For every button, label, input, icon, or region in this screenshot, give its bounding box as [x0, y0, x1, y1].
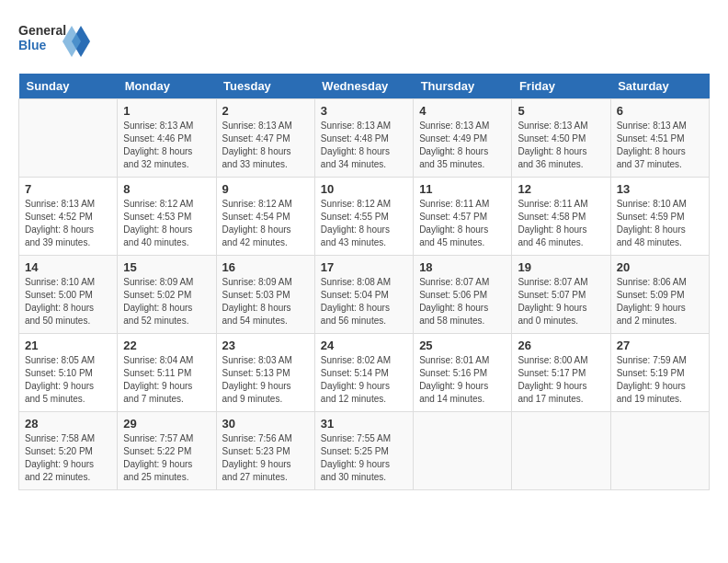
- day-header-thursday: Thursday: [414, 74, 512, 99]
- day-info: Sunrise: 8:06 AM Sunset: 5:09 PM Dayligh…: [617, 276, 703, 327]
- day-number: 4: [419, 104, 506, 118]
- day-number: 3: [321, 104, 407, 118]
- day-header-monday: Monday: [118, 74, 216, 99]
- day-number: 18: [419, 260, 506, 274]
- day-info: Sunrise: 8:08 AM Sunset: 5:04 PM Dayligh…: [321, 276, 407, 327]
- day-cell: 30Sunrise: 7:56 AM Sunset: 5:23 PM Dayli…: [216, 412, 314, 490]
- day-cell: 2Sunrise: 8:13 AM Sunset: 4:47 PM Daylig…: [216, 99, 314, 178]
- day-number: 23: [222, 339, 309, 352]
- day-number: 17: [321, 260, 407, 274]
- logo: General Blue: [18, 18, 92, 64]
- day-number: 19: [518, 260, 604, 274]
- day-cell: 16Sunrise: 8:09 AM Sunset: 5:03 PM Dayli…: [216, 256, 314, 334]
- week-row-5: 28Sunrise: 7:58 AM Sunset: 5:20 PM Dayli…: [19, 412, 710, 490]
- day-number: 5: [518, 104, 604, 118]
- day-cell: 3Sunrise: 8:13 AM Sunset: 4:48 PM Daylig…: [314, 99, 413, 178]
- day-cell: 19Sunrise: 8:07 AM Sunset: 5:07 PM Dayli…: [512, 256, 610, 334]
- day-info: Sunrise: 8:11 AM Sunset: 4:57 PM Dayligh…: [419, 198, 506, 249]
- day-number: 1: [123, 104, 210, 118]
- day-number: 25: [419, 339, 506, 352]
- day-cell: 7Sunrise: 8:13 AM Sunset: 4:52 PM Daylig…: [19, 178, 118, 256]
- day-cell: 31Sunrise: 7:55 AM Sunset: 5:25 PM Dayli…: [314, 412, 413, 490]
- week-row-2: 7Sunrise: 8:13 AM Sunset: 4:52 PM Daylig…: [19, 178, 710, 256]
- day-info: Sunrise: 8:02 AM Sunset: 5:14 PM Dayligh…: [321, 354, 407, 406]
- day-cell: 24Sunrise: 8:02 AM Sunset: 5:14 PM Dayli…: [314, 334, 413, 412]
- day-cell: 27Sunrise: 7:59 AM Sunset: 5:19 PM Dayli…: [610, 334, 709, 412]
- day-number: 11: [419, 182, 506, 196]
- day-info: Sunrise: 8:00 AM Sunset: 5:17 PM Dayligh…: [518, 354, 604, 406]
- day-header-saturday: Saturday: [610, 74, 709, 99]
- day-number: 13: [617, 182, 703, 196]
- day-cell: 8Sunrise: 8:12 AM Sunset: 4:53 PM Daylig…: [118, 178, 216, 256]
- day-cell: 10Sunrise: 8:12 AM Sunset: 4:55 PM Dayli…: [314, 178, 413, 256]
- day-cell: 14Sunrise: 8:10 AM Sunset: 5:00 PM Dayli…: [19, 256, 118, 334]
- day-info: Sunrise: 8:13 AM Sunset: 4:47 PM Dayligh…: [222, 120, 309, 171]
- day-info: Sunrise: 7:58 AM Sunset: 5:20 PM Dayligh…: [25, 432, 111, 484]
- day-cell: 13Sunrise: 8:10 AM Sunset: 4:59 PM Dayli…: [610, 178, 709, 256]
- svg-text:Blue: Blue: [18, 38, 47, 52]
- day-cell: 20Sunrise: 8:06 AM Sunset: 5:09 PM Dayli…: [610, 256, 709, 334]
- day-header-wednesday: Wednesday: [314, 74, 413, 99]
- day-info: Sunrise: 8:09 AM Sunset: 5:03 PM Dayligh…: [222, 276, 309, 327]
- day-info: Sunrise: 7:55 AM Sunset: 5:25 PM Dayligh…: [321, 432, 407, 484]
- day-number: 12: [518, 182, 604, 196]
- day-info: Sunrise: 8:10 AM Sunset: 5:00 PM Dayligh…: [25, 276, 111, 327]
- day-info: Sunrise: 8:12 AM Sunset: 4:53 PM Dayligh…: [123, 198, 210, 249]
- day-number: 28: [25, 417, 111, 431]
- day-cell: 22Sunrise: 8:04 AM Sunset: 5:11 PM Dayli…: [118, 334, 216, 412]
- day-number: 30: [222, 417, 309, 431]
- day-cell: [512, 412, 610, 490]
- day-header-friday: Friday: [512, 74, 610, 99]
- day-info: Sunrise: 7:56 AM Sunset: 5:23 PM Dayligh…: [222, 432, 309, 484]
- page-header: General Blue: [18, 18, 710, 64]
- day-cell: 18Sunrise: 8:07 AM Sunset: 5:06 PM Dayli…: [414, 256, 512, 334]
- day-cell: 12Sunrise: 8:11 AM Sunset: 4:58 PM Dayli…: [512, 178, 610, 256]
- logo-svg: General Blue: [18, 18, 92, 64]
- calendar-table: SundayMondayTuesdayWednesdayThursdayFrid…: [18, 74, 710, 490]
- day-cell: 17Sunrise: 8:08 AM Sunset: 5:04 PM Dayli…: [314, 256, 413, 334]
- day-number: 26: [518, 339, 604, 352]
- calendar-body: 1Sunrise: 8:13 AM Sunset: 4:46 PM Daylig…: [19, 99, 710, 490]
- day-info: Sunrise: 8:13 AM Sunset: 4:52 PM Dayligh…: [25, 198, 111, 249]
- day-cell: 29Sunrise: 7:57 AM Sunset: 5:22 PM Dayli…: [118, 412, 216, 490]
- day-number: 6: [617, 104, 703, 118]
- day-info: Sunrise: 8:07 AM Sunset: 5:06 PM Dayligh…: [419, 276, 506, 327]
- day-cell: 21Sunrise: 8:05 AM Sunset: 5:10 PM Dayli…: [19, 334, 118, 412]
- day-cell: 26Sunrise: 8:00 AM Sunset: 5:17 PM Dayli…: [512, 334, 610, 412]
- day-number: 20: [617, 260, 703, 274]
- day-cell: 1Sunrise: 8:13 AM Sunset: 4:46 PM Daylig…: [118, 99, 216, 178]
- day-cell: 6Sunrise: 8:13 AM Sunset: 4:51 PM Daylig…: [610, 99, 709, 178]
- day-info: Sunrise: 8:03 AM Sunset: 5:13 PM Dayligh…: [222, 354, 309, 406]
- day-cell: [19, 99, 118, 178]
- day-info: Sunrise: 8:12 AM Sunset: 4:55 PM Dayligh…: [321, 198, 407, 249]
- day-info: Sunrise: 8:11 AM Sunset: 4:58 PM Dayligh…: [518, 198, 604, 249]
- day-info: Sunrise: 7:59 AM Sunset: 5:19 PM Dayligh…: [617, 354, 703, 406]
- day-cell: 4Sunrise: 8:13 AM Sunset: 4:49 PM Daylig…: [414, 99, 512, 178]
- day-number: 31: [321, 417, 407, 431]
- day-info: Sunrise: 8:09 AM Sunset: 5:02 PM Dayligh…: [123, 276, 210, 327]
- day-info: Sunrise: 8:13 AM Sunset: 4:46 PM Dayligh…: [123, 120, 210, 171]
- day-info: Sunrise: 8:10 AM Sunset: 4:59 PM Dayligh…: [617, 198, 703, 249]
- day-cell: [414, 412, 512, 490]
- day-number: 29: [123, 417, 210, 431]
- day-number: 15: [123, 260, 210, 274]
- day-info: Sunrise: 8:12 AM Sunset: 4:54 PM Dayligh…: [222, 198, 309, 249]
- day-cell: 28Sunrise: 7:58 AM Sunset: 5:20 PM Dayli…: [19, 412, 118, 490]
- day-info: Sunrise: 8:05 AM Sunset: 5:10 PM Dayligh…: [25, 354, 111, 406]
- day-info: Sunrise: 8:13 AM Sunset: 4:48 PM Dayligh…: [321, 120, 407, 171]
- day-cell: 15Sunrise: 8:09 AM Sunset: 5:02 PM Dayli…: [118, 256, 216, 334]
- day-info: Sunrise: 7:57 AM Sunset: 5:22 PM Dayligh…: [123, 432, 210, 484]
- day-number: 2: [222, 104, 309, 118]
- day-header-tuesday: Tuesday: [216, 74, 314, 99]
- day-number: 8: [123, 182, 210, 196]
- day-info: Sunrise: 8:01 AM Sunset: 5:16 PM Dayligh…: [419, 354, 506, 406]
- day-cell: 23Sunrise: 8:03 AM Sunset: 5:13 PM Dayli…: [216, 334, 314, 412]
- day-cell: 11Sunrise: 8:11 AM Sunset: 4:57 PM Dayli…: [414, 178, 512, 256]
- day-number: 21: [25, 339, 111, 352]
- day-info: Sunrise: 8:04 AM Sunset: 5:11 PM Dayligh…: [123, 354, 210, 406]
- day-cell: 5Sunrise: 8:13 AM Sunset: 4:50 PM Daylig…: [512, 99, 610, 178]
- day-header-sunday: Sunday: [19, 74, 118, 99]
- svg-text:General: General: [18, 23, 66, 38]
- week-row-1: 1Sunrise: 8:13 AM Sunset: 4:46 PM Daylig…: [19, 99, 710, 178]
- day-info: Sunrise: 8:13 AM Sunset: 4:51 PM Dayligh…: [617, 120, 703, 171]
